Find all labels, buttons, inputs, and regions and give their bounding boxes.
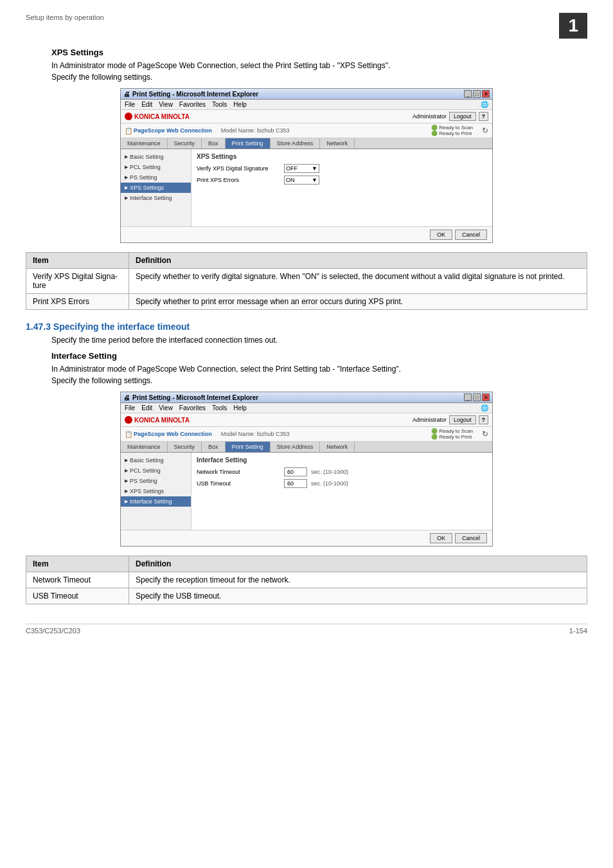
- browser-menu: File Edit View Favorites Tools Help 🌐: [121, 100, 492, 110]
- menu-help-if[interactable]: Help: [233, 404, 247, 411]
- usb-timeout-label: USB Timeout: [197, 480, 280, 487]
- menu-file[interactable]: File: [125, 101, 135, 108]
- interface-browser-window: 🖨 Print Setting - Microsoft Internet Exp…: [120, 392, 493, 547]
- if-row1-item: Network Timeout: [26, 572, 129, 588]
- xps-row1-def: Specify whether to verify digital signat…: [129, 269, 587, 294]
- admin-label: Administrator: [413, 113, 447, 120]
- tab-box-if[interactable]: Box: [202, 442, 226, 452]
- sidebar-basic-setting[interactable]: ▶ Basic Setting: [121, 152, 191, 162]
- usb-timeout-input[interactable]: [284, 479, 307, 488]
- refresh-icon-if[interactable]: ↻: [482, 429, 488, 439]
- tab-security-if[interactable]: Security: [168, 442, 202, 452]
- ok-button-if[interactable]: OK: [430, 533, 452, 543]
- tab-network[interactable]: Network: [320, 138, 355, 149]
- sidebar-basic-setting-if[interactable]: ▶ Basic Setting: [121, 455, 191, 466]
- xps-row2-def: Specify whether to print error message w…: [129, 294, 587, 310]
- menu-edit[interactable]: Edit: [141, 101, 152, 108]
- page-footer: C353/C253/C203 1-154: [26, 624, 587, 635]
- window-controls-if[interactable]: _ □ ✕: [464, 393, 490, 401]
- status1-if: 🟢 Ready to Scan: [431, 428, 473, 434]
- sidebar-interface-setting[interactable]: ▶ Interface Setting: [121, 193, 191, 203]
- tab-store-address-if[interactable]: Store Address: [271, 442, 321, 452]
- arrow-icon: ▶: [125, 195, 128, 201]
- menu-tools[interactable]: Tools: [212, 101, 227, 108]
- browser-menu-if: File Edit View Favorites Tools Help 🌐: [121, 403, 492, 413]
- tab-print-setting-if[interactable]: Print Setting: [226, 442, 271, 452]
- menu-favorites-if[interactable]: Favorites: [179, 404, 206, 411]
- menu-tools-if[interactable]: Tools: [212, 404, 227, 411]
- close-icon[interactable]: ✕: [482, 90, 490, 98]
- print-errors-select[interactable]: ON ▼: [284, 176, 319, 185]
- tab-security[interactable]: Security: [168, 138, 202, 149]
- maximize-icon[interactable]: □: [473, 90, 481, 98]
- network-timeout-input[interactable]: [284, 467, 307, 476]
- page-header-text: Setup items by operation: [26, 14, 104, 21]
- browser-title: 🖨 Print Setting - Microsoft Internet Exp…: [123, 91, 258, 98]
- help-button[interactable]: ?: [479, 112, 489, 121]
- model-name-if: Model Name: bizhub C353: [221, 431, 290, 437]
- usb-timeout-unit: sec. (10-1000): [311, 480, 348, 487]
- table-row: Print XPS Errors Specify whether to prin…: [26, 294, 587, 310]
- logout-button[interactable]: Logout: [449, 112, 476, 121]
- tab-network-if[interactable]: Network: [320, 442, 355, 452]
- menu-edit-if[interactable]: Edit: [141, 404, 152, 411]
- if-row2-def: Specify the USB timeout.: [129, 588, 587, 604]
- arrow-icon: ▶: [125, 478, 128, 484]
- browser-main-content-if: Interface Setting Network Timeout sec. (…: [191, 453, 492, 530]
- window-controls[interactable]: _ □ ✕: [464, 90, 490, 98]
- sidebar-xps-settings-if[interactable]: ▶ XPS Settings: [121, 486, 191, 496]
- menu-file-if[interactable]: File: [125, 404, 135, 411]
- xps-intro1: In Administrator mode of PageScope Web C…: [51, 61, 587, 70]
- ok-button[interactable]: OK: [430, 230, 452, 240]
- tab-box[interactable]: Box: [202, 138, 226, 149]
- browser-main-content: XPS Settings Verify XPS Digital Signatur…: [191, 149, 492, 226]
- menu-view[interactable]: View: [159, 101, 173, 108]
- konica-circle-icon-if: [125, 416, 132, 424]
- browser-title-if: 🖨 Print Setting - Microsoft Internet Exp…: [123, 394, 258, 401]
- if-row1-def: Specify the reception timeout for the ne…: [129, 572, 587, 588]
- sidebar-ps-setting-if[interactable]: ▶ PS Setting: [121, 476, 191, 486]
- arrow-icon: ▶: [125, 154, 128, 159]
- xps-definition-table: Item Definition Verify XPS Digital Signa…: [26, 252, 587, 310]
- cancel-button[interactable]: Cancel: [455, 230, 487, 240]
- browser-tabs-if: Maintenance Security Box Print Setting S…: [121, 442, 492, 453]
- arrow-icon: ▶: [125, 175, 128, 180]
- refresh-icon[interactable]: ↻: [482, 126, 488, 135]
- if-row2-item: USB Timeout: [26, 588, 129, 604]
- minimize-icon[interactable]: _: [464, 90, 472, 98]
- xps-title: XPS Settings: [51, 48, 587, 57]
- help-button-if[interactable]: ?: [479, 415, 489, 424]
- menu-help[interactable]: Help: [233, 101, 247, 108]
- sidebar-pcl-setting[interactable]: ▶ PCL Setting: [121, 162, 191, 172]
- table-col-item: Item: [26, 253, 129, 269]
- page-header: Setup items by operation 1: [26, 13, 587, 39]
- cancel-button-if[interactable]: Cancel: [455, 533, 487, 543]
- menu-view-if[interactable]: View: [159, 404, 173, 411]
- tab-maintenance-if[interactable]: Maintenance: [121, 442, 168, 452]
- minimize-icon-if[interactable]: _: [464, 393, 472, 401]
- sidebar-xps-settings[interactable]: ▶ XPS Settings: [121, 183, 191, 193]
- maximize-icon-if[interactable]: □: [473, 393, 481, 401]
- verify-sig-select[interactable]: OFF ▼: [284, 164, 319, 173]
- sidebar-interface-setting-if[interactable]: ▶ Interface Setting: [121, 496, 191, 507]
- logout-button-if[interactable]: Logout: [449, 415, 476, 424]
- close-icon-if[interactable]: ✕: [482, 393, 490, 401]
- tab-maintenance[interactable]: Maintenance: [121, 138, 168, 149]
- menu-favorites[interactable]: Favorites: [179, 101, 206, 108]
- tab-print-setting[interactable]: Print Setting: [226, 138, 271, 149]
- tab-store-address[interactable]: Store Address: [271, 138, 321, 149]
- table-row: Verify XPS Digital Signa-ture Specify wh…: [26, 269, 587, 294]
- browser-titlebar-if: 🖨 Print Setting - Microsoft Internet Exp…: [121, 392, 492, 403]
- sidebar-pcl-setting-if[interactable]: ▶ PCL Setting: [121, 466, 191, 476]
- browser-icon-if: 🌐: [481, 404, 488, 411]
- page-icon-if: 🖨: [123, 394, 130, 401]
- sidebar-ps-setting[interactable]: ▶ PS Setting: [121, 172, 191, 183]
- browser-toolbar: KONICA MINOLTA Administrator Logout ?: [121, 110, 492, 123]
- model-name: Model Name: bizhub C353: [221, 127, 290, 134]
- browser-toolbar-if: KONICA MINOLTA Administrator Logout ?: [121, 413, 492, 427]
- network-timeout-label: Network Timeout: [197, 469, 280, 475]
- select-arrow-icon: ▼: [312, 165, 317, 172]
- table-col-definition: Definition: [129, 253, 587, 269]
- arrow-icon: ▶: [125, 499, 128, 504]
- browser-tabs: Maintenance Security Box Print Setting S…: [121, 138, 492, 149]
